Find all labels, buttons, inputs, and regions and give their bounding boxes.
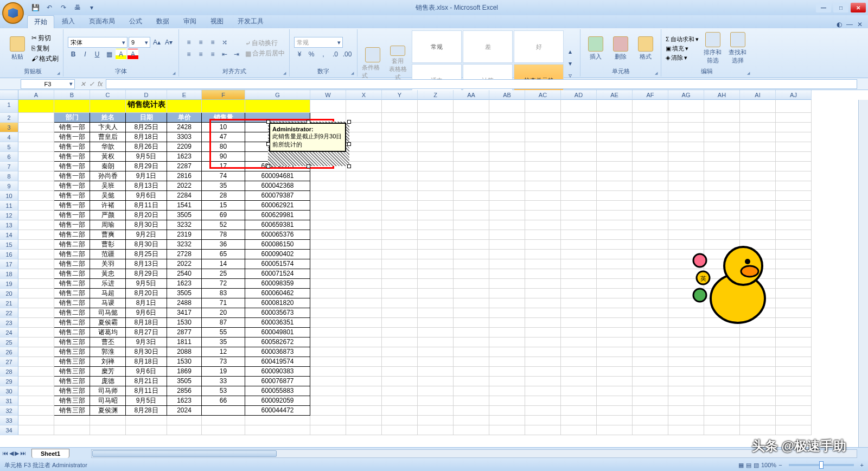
cell-AE32[interactable]: [597, 406, 633, 416]
cell-AJ9[interactable]: [776, 181, 812, 191]
cell-B6[interactable]: 销售一部: [54, 152, 90, 162]
cell-Y23[interactable]: [382, 318, 418, 328]
cell-AF31[interactable]: [633, 396, 668, 406]
cell-C17[interactable]: 关羽: [90, 259, 126, 269]
cell-F20[interactable]: 83: [202, 289, 245, 298]
cell-G33[interactable]: [245, 416, 310, 425]
cell-AA11[interactable]: [454, 201, 489, 211]
cell-Z34[interactable]: [418, 425, 454, 435]
cell-AB1[interactable]: [489, 100, 525, 113]
cell-Y31[interactable]: [382, 396, 418, 406]
qat-redo-icon[interactable]: ↷: [58, 2, 69, 14]
indent-inc-icon[interactable]: ⇥: [231, 49, 242, 60]
cell-AI7[interactable]: [740, 162, 776, 171]
cell-Y10[interactable]: [382, 191, 418, 201]
cell-AE15[interactable]: [597, 240, 633, 250]
tab-插入[interactable]: 插入: [55, 15, 81, 28]
cell-Y15[interactable]: [382, 240, 418, 250]
cell-AB6[interactable]: [489, 152, 525, 162]
cell-E34[interactable]: [167, 425, 202, 435]
cell-AH25[interactable]: [704, 338, 740, 347]
cell-C12[interactable]: 严颜: [90, 211, 126, 220]
cell-Z16[interactable]: [418, 250, 454, 259]
cell-AC12[interactable]: [525, 211, 561, 220]
select-all-corner[interactable]: [0, 90, 18, 100]
tab-开始[interactable]: 开始: [27, 15, 54, 28]
cell-Y18[interactable]: [382, 269, 418, 279]
cell-AJ7[interactable]: [776, 162, 812, 171]
cell-AH20[interactable]: [704, 289, 740, 298]
cell-AB11[interactable]: [489, 201, 525, 211]
zoom-in-icon[interactable]: +: [860, 462, 864, 468]
cell-Z25[interactable]: [418, 338, 454, 347]
qat-save-icon[interactable]: 💾: [29, 2, 41, 14]
handle-bm[interactable]: [307, 164, 310, 168]
cell-AC27[interactable]: [525, 357, 561, 367]
cell-AF2[interactable]: [633, 113, 668, 123]
cell-AG29[interactable]: [668, 377, 704, 386]
maximize-button[interactable]: □: [833, 3, 848, 12]
cell-AC32[interactable]: [525, 406, 561, 416]
cell-C5[interactable]: 华歆: [90, 142, 126, 152]
cell-AE6[interactable]: [597, 152, 633, 162]
col-header-AC[interactable]: AC: [525, 90, 561, 100]
cell-B32[interactable]: 销售三部: [54, 406, 90, 416]
inc-dec-icon[interactable]: .0: [330, 49, 341, 60]
cell-C1[interactable]: [90, 100, 126, 113]
cell-X7[interactable]: [346, 162, 382, 171]
cell-G8[interactable]: 600094681: [245, 171, 310, 181]
cell-AA28[interactable]: [454, 367, 489, 377]
delete-cells-button[interactable]: 删除: [610, 30, 631, 66]
cell-AH2[interactable]: [704, 113, 740, 123]
cell-AG25[interactable]: [668, 338, 704, 347]
cell-D23[interactable]: 8月18日: [126, 318, 167, 328]
cell-F21[interactable]: 71: [202, 298, 245, 308]
cell-F3[interactable]: 10: [202, 123, 245, 132]
col-header-AG[interactable]: AG: [668, 90, 704, 100]
cell-W30[interactable]: [310, 386, 346, 396]
cell-D1[interactable]: 销售统计表: [126, 100, 167, 113]
cell-F13[interactable]: 52: [202, 220, 245, 230]
cell-W11[interactable]: [310, 201, 346, 211]
cell-Y28[interactable]: [382, 367, 418, 377]
cell-B28[interactable]: 销售三部: [54, 367, 90, 377]
cell-AI10[interactable]: [740, 191, 776, 201]
cell-G1[interactable]: [245, 100, 310, 113]
cell-AG17[interactable]: [668, 259, 704, 269]
cell-E4[interactable]: 3303: [167, 132, 202, 142]
row-header-32[interactable]: 32: [0, 406, 18, 416]
row-header-14[interactable]: 14: [0, 230, 18, 240]
cell-AI33[interactable]: [740, 416, 776, 425]
cell-AC6[interactable]: [525, 152, 561, 162]
cell-AB17[interactable]: [489, 259, 525, 269]
cell-D9[interactable]: 8月13日: [126, 181, 167, 191]
cell-G26[interactable]: 600036873: [245, 347, 310, 357]
cell-X33[interactable]: [346, 416, 382, 425]
cell-A33[interactable]: [18, 416, 54, 425]
cell-AA6[interactable]: [454, 152, 489, 162]
handle-tm[interactable]: [307, 120, 310, 124]
cell-AA23[interactable]: [454, 318, 489, 328]
cell-W23[interactable]: [310, 318, 346, 328]
cell-AJ22[interactable]: [776, 308, 812, 318]
cell-X31[interactable]: [346, 396, 382, 406]
cell-X1[interactable]: [346, 100, 382, 113]
cell-AF32[interactable]: [633, 406, 668, 416]
cell-G34[interactable]: [245, 425, 310, 435]
cell-AC15[interactable]: [525, 240, 561, 250]
col-header-F[interactable]: F: [202, 90, 245, 100]
col-header-AD[interactable]: AD: [561, 90, 597, 100]
cell-X6[interactable]: [346, 152, 382, 162]
cell-AH7[interactable]: [704, 162, 740, 171]
cell-Y11[interactable]: [382, 201, 418, 211]
cell-AE30[interactable]: [597, 386, 633, 396]
cell-comment[interactable]: Administrator: 此销售量是截止到9月30日前所统计的: [270, 123, 346, 151]
cell-AD32[interactable]: [561, 406, 597, 416]
col-header-X[interactable]: X: [346, 90, 382, 100]
cell-AB22[interactable]: [489, 308, 525, 318]
cell-AE22[interactable]: [597, 308, 633, 318]
cell-AG1[interactable]: [668, 100, 704, 113]
cell-AB4[interactable]: [489, 132, 525, 142]
cell-X27[interactable]: [346, 357, 382, 367]
number-format-combo[interactable]: 常规: [294, 37, 343, 48]
